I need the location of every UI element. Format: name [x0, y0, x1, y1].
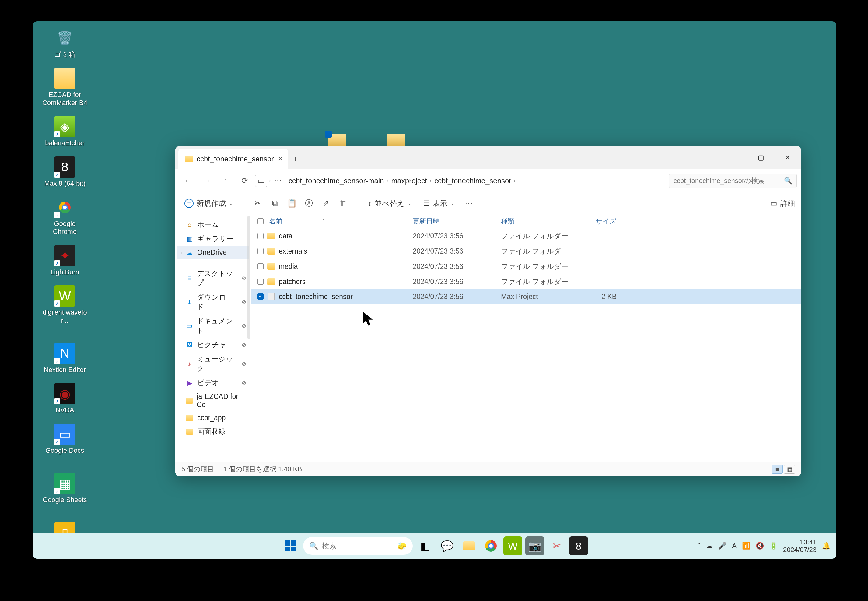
copy-button[interactable]: ⧉	[269, 198, 280, 209]
file-row[interactable]: ccbt_tonechime_sensor2024/07/23 3:56Max …	[251, 289, 801, 304]
close-button[interactable]: ✕	[774, 146, 801, 169]
column-header-size[interactable]: サイズ	[577, 217, 626, 226]
taskbar-waveforms[interactable]: W	[503, 537, 522, 555]
column-header-type[interactable]: 種類	[501, 217, 577, 226]
pc-icon[interactable]: ▭	[255, 175, 267, 187]
breadcrumb[interactable]: ccbt_tonechime_sensor-main› maxproject› …	[285, 177, 667, 185]
sidebar-item-pictures[interactable]: 🖼ピクチャ⊘	[175, 338, 251, 352]
breadcrumb-item[interactable]: ccbt_tonechime_sensor›	[434, 177, 516, 185]
desktop-icon-nvda[interactable]: ◉↗ NVDA	[42, 383, 88, 414]
sort-button[interactable]: ↕ 並べ替え ⌄	[365, 197, 414, 210]
file-date: 2024/07/23 3:56	[413, 247, 501, 255]
sidebar-item-onedrive[interactable]: ☁OneDrive	[177, 246, 249, 259]
wifi-icon[interactable]: 📶	[742, 542, 750, 550]
chevron-down-icon: ⌄	[451, 200, 454, 206]
new-tab-button[interactable]: +	[288, 149, 303, 169]
taskbar-teams[interactable]: 💬	[438, 537, 457, 555]
column-headers[interactable]: 名前⌃ 更新日時 種類 サイズ	[251, 214, 801, 228]
sidebar-item-documents[interactable]: ▭ドキュメント⊘	[175, 314, 251, 338]
sidebar-item-music[interactable]: ♪ミュージック⊘	[175, 352, 251, 376]
nav-forward-button[interactable]: →	[198, 172, 215, 189]
cut-button[interactable]: ✂	[252, 198, 263, 209]
sidebar-item-gallery[interactable]: ▦ギャラリー	[175, 232, 251, 246]
view-button[interactable]: ☰ 表示 ⌄	[420, 197, 457, 210]
row-checkbox[interactable]	[254, 233, 266, 239]
file-icon	[266, 293, 276, 300]
taskbar[interactable]: 🔍 検索 🧽 ◧ 💬 W 📷 ✂ 8 ˄ ☁ 🎤 A 📶 🔇 🔋 13:41 2…	[33, 533, 836, 559]
file-row[interactable]: patchers2024/07/23 3:56ファイル フォルダー	[251, 274, 801, 289]
column-header-name[interactable]: 名前⌃	[266, 217, 413, 226]
notifications-button[interactable]: 🔔	[822, 542, 830, 550]
taskbar-camera[interactable]: 📷	[525, 537, 544, 555]
taskbar-max8[interactable]: 8	[569, 537, 588, 555]
thumbnails-view-button[interactable]: ▦	[784, 465, 795, 474]
select-all-checkbox[interactable]	[254, 218, 266, 224]
new-button[interactable]: + 新規作成 ⌄	[181, 197, 236, 210]
search-input[interactable]: ccbt_tonechime_sensorの検索 🔍	[669, 174, 797, 188]
sidebar-item-videos[interactable]: ▶ビデオ⊘	[175, 376, 251, 390]
start-button[interactable]	[281, 537, 300, 555]
details-view-button[interactable]: ≣	[772, 465, 783, 474]
file-row[interactable]: media2024/07/23 3:56ファイル フォルダー	[251, 259, 801, 274]
breadcrumb-item[interactable]: ccbt_tonechime_sensor-main›	[289, 177, 388, 185]
file-row[interactable]: data2024/07/23 3:56ファイル フォルダー	[251, 228, 801, 244]
desktop[interactable]: 🗑️ ゴミ箱 EZCAD for ComMarker B4 ◈↗ balenaE…	[33, 21, 836, 559]
nav-up-button[interactable]: ↑	[217, 172, 235, 189]
onedrive-icon: ☁	[186, 249, 193, 256]
more-button[interactable]: ⋯	[463, 198, 475, 209]
desktop-icon-max8[interactable]: 8↗ Max 8 (64-bit)	[42, 157, 88, 188]
microphone-tray-icon[interactable]: 🎤	[718, 542, 726, 550]
explorer-tab[interactable]: ccbt_tonechime_sensor ✕	[178, 149, 288, 169]
sidebar-item-home[interactable]: ⌂ホーム	[175, 217, 251, 232]
sidebar-item-desktop[interactable]: 🖥デスクトップ⊘	[175, 266, 251, 290]
battery-icon[interactable]: 🔋	[769, 542, 778, 550]
system-tray: ˄ ☁ 🎤 A 📶 🔇 🔋 13:41 2024/07/23 🔔	[697, 538, 830, 554]
ime-indicator[interactable]: A	[732, 542, 737, 550]
details-pane-button[interactable]: ▭ 詳細	[770, 198, 795, 208]
onedrive-tray-icon[interactable]: ☁	[706, 542, 713, 550]
taskbar-snip[interactable]: ✂	[547, 537, 566, 555]
desktop-icon-ezcad-folder[interactable]: EZCAD for ComMarker B4	[42, 67, 88, 107]
delete-button[interactable]: 🗑	[337, 198, 349, 209]
paste-button[interactable]: 📋	[286, 198, 298, 209]
taskbar-clock[interactable]: 13:41 2024/07/23	[783, 538, 816, 554]
volume-icon[interactable]: 🔇	[756, 542, 764, 550]
sidebar-item-screenrec[interactable]: 画面収録	[175, 424, 251, 439]
taskbar-search[interactable]: 🔍 検索 🧽	[303, 537, 413, 555]
taskbar-explorer[interactable]	[460, 537, 478, 555]
taskbar-chrome[interactable]	[481, 537, 500, 555]
more-crumbs-button[interactable]: ⋯	[274, 176, 282, 185]
column-header-date[interactable]: 更新日時	[413, 217, 501, 226]
desktop-icon-digilent[interactable]: W↗ digilent.wavefor...	[42, 285, 88, 325]
sort-indicator-icon: ⌃	[321, 218, 325, 224]
nav-back-button[interactable]: ←	[180, 172, 196, 189]
sidebar-scrollbar[interactable]	[247, 215, 250, 339]
desktop-icon-nextion[interactable]: N↗ Nextion Editor	[42, 343, 88, 374]
maximize-button[interactable]: ▢	[748, 146, 774, 169]
tray-overflow-button[interactable]: ˄	[697, 542, 700, 550]
sidebar-item-downloads[interactable]: ⬇ダウンロード⊘	[175, 290, 251, 314]
row-checkbox[interactable]	[254, 263, 266, 270]
row-checkbox[interactable]	[254, 279, 266, 285]
sidebar-item-ccbt-app[interactable]: ccbt_app	[175, 411, 251, 424]
tab-close-button[interactable]: ✕	[277, 155, 283, 163]
desktop-icon-chrome[interactable]: ↗ Google Chrome	[42, 197, 88, 236]
row-checkbox[interactable]	[254, 293, 266, 300]
file-size: 2 KB	[577, 293, 626, 301]
desktop-icon-lightburn[interactable]: ✦↗ LightBurn	[42, 245, 88, 276]
desktop-icon-balena[interactable]: ◈↗ balenaEtcher	[42, 116, 88, 147]
row-checkbox[interactable]	[254, 248, 266, 254]
minimize-button[interactable]: —	[721, 146, 748, 169]
desktop-icon-trash[interactable]: 🗑️ ゴミ箱	[42, 27, 88, 58]
breadcrumb-item[interactable]: maxproject›	[391, 177, 431, 185]
share-button[interactable]: ⇗	[320, 198, 332, 209]
titlebar[interactable]: ccbt_tonechime_sensor ✕ + — ▢ ✕	[175, 146, 801, 169]
nav-refresh-button[interactable]: ⟳	[236, 172, 253, 189]
sidebar-item-ja-ezcad[interactable]: ja-EZCAD for Co	[175, 390, 251, 411]
taskbar-taskview[interactable]: ◧	[416, 537, 435, 555]
rename-button[interactable]: Ⓐ	[303, 198, 315, 209]
video-icon: ▶	[186, 380, 193, 386]
desktop-icon-gdocs[interactable]: ▭↗ Google Docs	[42, 424, 88, 455]
desktop-icon-gsheets[interactable]: ▦↗ Google Sheets	[42, 473, 88, 504]
file-row[interactable]: externals2024/07/23 3:56ファイル フォルダー	[251, 244, 801, 259]
